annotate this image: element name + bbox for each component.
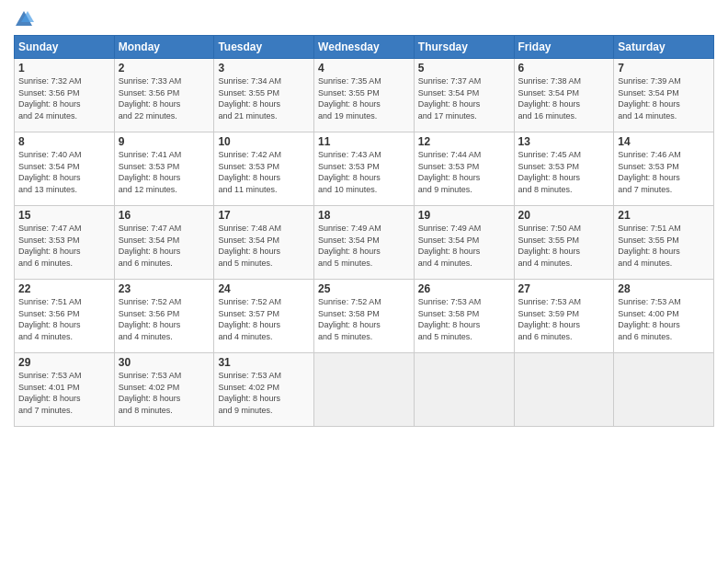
day-number: 26 (418, 282, 510, 295)
column-header-thursday: Thursday (414, 36, 514, 59)
day-number: 24 (218, 282, 310, 295)
day-info: Sunrise: 7:50 AMSunset: 3:55 PMDaylight:… (518, 223, 610, 269)
calendar-cell: 14Sunrise: 7:46 AMSunset: 3:53 PMDayligh… (614, 132, 714, 206)
day-number: 17 (218, 209, 310, 222)
day-info: Sunrise: 7:33 AMSunset: 3:56 PMDaylight:… (119, 75, 210, 121)
column-header-saturday: Saturday (614, 36, 714, 59)
day-info: Sunrise: 7:39 AMSunset: 3:54 PMDaylight:… (618, 75, 710, 121)
calendar-cell: 29Sunrise: 7:53 AMSunset: 4:01 PMDayligh… (15, 353, 115, 427)
day-number: 21 (618, 209, 710, 222)
calendar-cell: 1Sunrise: 7:32 AMSunset: 3:56 PMDaylight… (15, 59, 115, 132)
page: SundayMondayTuesdayWednesdayThursdayFrid… (0, 0, 728, 563)
day-info: Sunrise: 7:52 AMSunset: 3:58 PMDaylight:… (318, 296, 410, 342)
day-info: Sunrise: 7:52 AMSunset: 3:57 PMDaylight:… (218, 296, 310, 342)
day-info: Sunrise: 7:40 AMSunset: 3:54 PMDaylight:… (18, 149, 110, 195)
calendar-cell: 26Sunrise: 7:53 AMSunset: 3:58 PMDayligh… (414, 280, 514, 353)
day-number: 30 (119, 356, 210, 369)
day-number: 7 (618, 62, 710, 75)
calendar-cell: 8Sunrise: 7:40 AMSunset: 3:54 PMDaylight… (15, 132, 115, 206)
calendar-cell: 4Sunrise: 7:35 AMSunset: 3:55 PMDaylight… (314, 59, 415, 132)
day-number: 29 (18, 356, 110, 369)
day-info: Sunrise: 7:49 AMSunset: 3:54 PMDaylight:… (418, 223, 510, 269)
day-number: 31 (218, 356, 310, 369)
day-number: 23 (119, 282, 210, 295)
day-info: Sunrise: 7:42 AMSunset: 3:53 PMDaylight:… (218, 149, 310, 195)
calendar-cell: 20Sunrise: 7:50 AMSunset: 3:55 PMDayligh… (514, 206, 614, 280)
calendar-cell: 31Sunrise: 7:53 AMSunset: 4:02 PMDayligh… (214, 353, 314, 427)
calendar-cell (414, 353, 514, 427)
calendar-cell: 13Sunrise: 7:45 AMSunset: 3:53 PMDayligh… (514, 132, 614, 206)
day-info: Sunrise: 7:49 AMSunset: 3:54 PMDaylight:… (318, 223, 410, 269)
week-row-4: 22Sunrise: 7:51 AMSunset: 3:56 PMDayligh… (15, 280, 714, 353)
day-number: 22 (18, 282, 110, 295)
calendar-table: SundayMondayTuesdayWednesdayThursdayFrid… (14, 35, 714, 427)
calendar-cell: 25Sunrise: 7:52 AMSunset: 3:58 PMDayligh… (314, 280, 415, 353)
day-info: Sunrise: 7:32 AMSunset: 3:56 PMDaylight:… (18, 75, 110, 121)
day-number: 15 (18, 209, 110, 222)
calendar-cell: 28Sunrise: 7:53 AMSunset: 4:00 PMDayligh… (614, 280, 714, 353)
calendar-cell: 12Sunrise: 7:44 AMSunset: 3:53 PMDayligh… (414, 132, 514, 206)
column-header-monday: Monday (114, 36, 214, 59)
day-number: 6 (518, 62, 610, 75)
day-number: 27 (518, 282, 610, 295)
calendar-cell: 3Sunrise: 7:34 AMSunset: 3:55 PMDaylight… (214, 59, 314, 132)
week-row-1: 1Sunrise: 7:32 AMSunset: 3:56 PMDaylight… (15, 59, 714, 132)
column-header-tuesday: Tuesday (214, 36, 314, 59)
day-info: Sunrise: 7:51 AMSunset: 3:55 PMDaylight:… (618, 223, 710, 269)
calendar-cell: 9Sunrise: 7:41 AMSunset: 3:53 PMDaylight… (114, 132, 214, 206)
calendar-cell: 15Sunrise: 7:47 AMSunset: 3:53 PMDayligh… (15, 206, 115, 280)
day-info: Sunrise: 7:43 AMSunset: 3:53 PMDaylight:… (318, 149, 410, 195)
day-number: 3 (218, 62, 310, 75)
column-header-friday: Friday (514, 36, 614, 59)
header-row: SundayMondayTuesdayWednesdayThursdayFrid… (15, 36, 714, 59)
day-info: Sunrise: 7:47 AMSunset: 3:53 PMDaylight:… (18, 223, 110, 269)
column-header-wednesday: Wednesday (314, 36, 415, 59)
day-number: 12 (418, 135, 510, 148)
calendar-cell: 2Sunrise: 7:33 AMSunset: 3:56 PMDaylight… (114, 59, 214, 132)
day-number: 9 (119, 135, 210, 148)
day-number: 13 (518, 135, 610, 148)
day-info: Sunrise: 7:53 AMSunset: 4:02 PMDaylight:… (218, 370, 310, 416)
day-number: 19 (418, 209, 510, 222)
day-number: 25 (318, 282, 410, 295)
logo-icon (14, 9, 34, 29)
logo (14, 9, 38, 29)
calendar-cell: 23Sunrise: 7:52 AMSunset: 3:56 PMDayligh… (114, 280, 214, 353)
day-number: 18 (318, 209, 410, 222)
calendar-cell: 21Sunrise: 7:51 AMSunset: 3:55 PMDayligh… (614, 206, 714, 280)
calendar-cell: 5Sunrise: 7:37 AMSunset: 3:54 PMDaylight… (414, 59, 514, 132)
calendar-cell (314, 353, 415, 427)
day-info: Sunrise: 7:45 AMSunset: 3:53 PMDaylight:… (518, 149, 610, 195)
calendar-cell: 19Sunrise: 7:49 AMSunset: 3:54 PMDayligh… (414, 206, 514, 280)
column-header-sunday: Sunday (15, 36, 115, 59)
day-number: 8 (18, 135, 110, 148)
day-number: 11 (318, 135, 410, 148)
calendar-cell: 6Sunrise: 7:38 AMSunset: 3:54 PMDaylight… (514, 59, 614, 132)
day-info: Sunrise: 7:37 AMSunset: 3:54 PMDaylight:… (418, 75, 510, 121)
day-number: 2 (119, 62, 210, 75)
calendar-cell: 17Sunrise: 7:48 AMSunset: 3:54 PMDayligh… (214, 206, 314, 280)
day-info: Sunrise: 7:35 AMSunset: 3:55 PMDaylight:… (318, 75, 410, 121)
week-row-5: 29Sunrise: 7:53 AMSunset: 4:01 PMDayligh… (15, 353, 714, 427)
calendar-cell: 11Sunrise: 7:43 AMSunset: 3:53 PMDayligh… (314, 132, 415, 206)
day-info: Sunrise: 7:47 AMSunset: 3:54 PMDaylight:… (119, 223, 210, 269)
week-row-2: 8Sunrise: 7:40 AMSunset: 3:54 PMDaylight… (15, 132, 714, 206)
day-number: 14 (618, 135, 710, 148)
day-info: Sunrise: 7:53 AMSunset: 4:02 PMDaylight:… (119, 370, 210, 416)
day-number: 10 (218, 135, 310, 148)
week-row-3: 15Sunrise: 7:47 AMSunset: 3:53 PMDayligh… (15, 206, 714, 280)
calendar-cell (514, 353, 614, 427)
day-info: Sunrise: 7:53 AMSunset: 4:00 PMDaylight:… (618, 296, 710, 342)
day-number: 5 (418, 62, 510, 75)
day-number: 1 (18, 62, 110, 75)
calendar-cell: 16Sunrise: 7:47 AMSunset: 3:54 PMDayligh… (114, 206, 214, 280)
day-info: Sunrise: 7:38 AMSunset: 3:54 PMDaylight:… (518, 75, 610, 121)
calendar-cell: 18Sunrise: 7:49 AMSunset: 3:54 PMDayligh… (314, 206, 415, 280)
day-info: Sunrise: 7:52 AMSunset: 3:56 PMDaylight:… (119, 296, 210, 342)
day-number: 4 (318, 62, 410, 75)
day-info: Sunrise: 7:34 AMSunset: 3:55 PMDaylight:… (218, 75, 310, 121)
day-info: Sunrise: 7:48 AMSunset: 3:54 PMDaylight:… (218, 223, 310, 269)
calendar-cell: 7Sunrise: 7:39 AMSunset: 3:54 PMDaylight… (614, 59, 714, 132)
calendar-cell: 22Sunrise: 7:51 AMSunset: 3:56 PMDayligh… (15, 280, 115, 353)
calendar-cell: 27Sunrise: 7:53 AMSunset: 3:59 PMDayligh… (514, 280, 614, 353)
